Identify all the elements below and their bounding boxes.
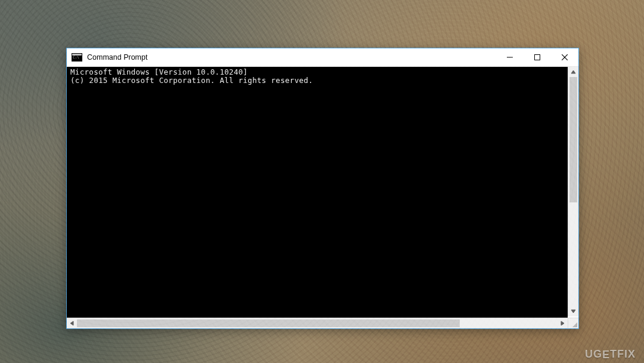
watermark: UGETFIX (585, 348, 636, 361)
scroll-up-button[interactable] (568, 67, 578, 77)
desktop-background: Command Prompt Microsoft Windows [Versio… (0, 0, 644, 363)
svg-rect-1 (535, 55, 540, 60)
horizontal-scroll-thumb[interactable] (77, 319, 460, 327)
svg-marker-7 (561, 321, 564, 325)
resize-grip[interactable] (568, 318, 578, 328)
chevron-left-icon (69, 321, 75, 326)
terminal-container: Microsoft Windows [Version 10.0.10240] (… (67, 67, 578, 318)
watermark-text: TFIX (610, 348, 636, 360)
command-prompt-icon (72, 53, 82, 61)
terminal-output[interactable]: Microsoft Windows [Version 10.0.10240] (… (67, 67, 568, 318)
minimize-icon (507, 54, 513, 60)
window-title: Command Prompt (87, 53, 496, 61)
vertical-scroll-thumb[interactable] (569, 77, 577, 202)
watermark-text: E (602, 349, 610, 361)
svg-marker-5 (571, 310, 575, 313)
close-button[interactable] (551, 48, 578, 66)
maximize-button[interactable] (524, 48, 551, 66)
scroll-down-button[interactable] (568, 306, 578, 316)
terminal-line: (c) 2015 Microsoft Corporation. All righ… (70, 76, 313, 85)
window-client-area: Microsoft Windows [Version 10.0.10240] (… (67, 67, 578, 328)
close-icon (562, 54, 568, 60)
command-prompt-window: Command Prompt Microsoft Windows [Versio… (66, 48, 579, 329)
horizontal-scrollbar[interactable] (67, 318, 578, 328)
chevron-right-icon (560, 321, 565, 326)
svg-marker-6 (70, 321, 73, 325)
horizontal-scroll-track[interactable] (77, 318, 558, 328)
maximize-icon (534, 54, 540, 60)
scroll-right-button[interactable] (558, 318, 568, 328)
chevron-down-icon (571, 309, 576, 314)
svg-marker-4 (571, 70, 575, 73)
watermark-text: UG (585, 348, 602, 360)
minimize-button[interactable] (496, 48, 524, 66)
scroll-left-button[interactable] (67, 318, 77, 328)
terminal-line: Microsoft Windows [Version 10.0.10240] (70, 67, 247, 76)
window-controls (496, 48, 578, 66)
chevron-up-icon (571, 69, 576, 75)
vertical-scrollbar[interactable] (568, 67, 578, 316)
title-bar[interactable]: Command Prompt (67, 48, 578, 67)
